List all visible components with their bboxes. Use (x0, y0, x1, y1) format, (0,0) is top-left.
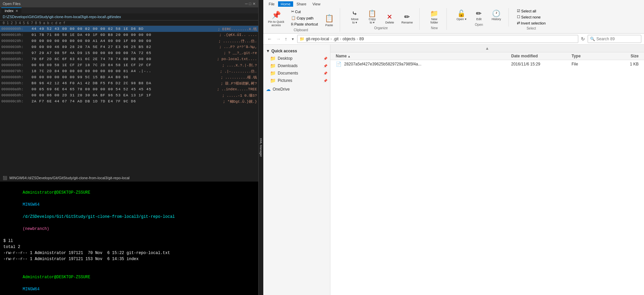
forward-button[interactable]: → (275, 36, 282, 42)
new-folder-button[interactable]: 📁 Newfolder (426, 8, 442, 26)
sidebar-item-pictures[interactable]: 📁 Pictures 📌 (263, 77, 330, 84)
select-none-button[interactable]: ☐ Select none (516, 14, 547, 20)
hex-row-9[interactable]: 00000090h: B0 96 42 12 46 F0 A1 42 DB F5… (0, 80, 258, 86)
hex-row-11[interactable]: 000000b0h: 00 00 06 00 2D 31 20 30 0A BF… (0, 92, 258, 98)
ribbon-tab-share[interactable]: Share (294, 1, 309, 7)
hex-tab-index[interactable]: index ✕ (1, 7, 21, 13)
ribbon-group-new: 📁 Newfolder New (426, 8, 447, 30)
invert-selection-button[interactable]: ⇄ Invert selection (516, 20, 547, 26)
close-icon[interactable]: ✕ (253, 2, 256, 6)
delete-button[interactable]: ✕ Delete (382, 11, 398, 26)
recent-button[interactable]: ▼ (290, 37, 296, 42)
paste-button[interactable]: 📋 Paste (323, 13, 336, 28)
terminal-content[interactable]: Administrator@DESKTOP-ZSSURE MINGW64 /d/… (0, 182, 258, 295)
new-folder-icon: 📁 (430, 9, 438, 17)
cut-button[interactable]: ✂ Cut (290, 9, 319, 14)
file-name: 28207a5ef427e39625b5829729a7985f4a... (344, 62, 511, 66)
hex-row-12[interactable]: 000000c0h: 2A F7 6E 44 67 74 AD DB 1D 7D… (0, 98, 258, 104)
hex-row-6[interactable]: 00000060h: 00 00 00 58 1E CF 2F 18 7C 2D… (0, 62, 258, 68)
hex-title-bar: Open Files ─ □ ✕ (0, 0, 258, 7)
folder-icon-downloads: 📁 (270, 63, 276, 68)
copy-button[interactable]: ✂ Cut 📋 Copy path ⎘ Paste shortcut (288, 8, 321, 28)
ribbon-tab-file[interactable]: File (266, 1, 277, 7)
hex-row-2[interactable]: 00000020h: 00 00 00 00 00 00 00 00 A1 A4… (0, 38, 258, 44)
file-row-0[interactable]: 📄 28207a5ef427e39625b5829729a7985f4a... … (330, 60, 644, 68)
hex-row-4[interactable]: 00000040h: 97 29 A7 98 5F 4A D9 15 00 00… (0, 50, 258, 56)
sidebar-quick-access-header[interactable]: ▼ Quick access (263, 47, 330, 55)
column-size[interactable]: Size (612, 54, 639, 58)
hex-row-10[interactable]: 000000a0h: 00 05 69 6E 64 65 78 00 00 00… (0, 86, 258, 92)
copy-to-button[interactable]: 📋 Copyto ▾ (364, 8, 380, 26)
history-icon: 🕐 (492, 9, 500, 17)
up-button[interactable]: ↑ (283, 36, 288, 42)
open-label: Open (475, 23, 483, 27)
delete-icon: ✕ (387, 13, 392, 21)
sidebar-item-documents[interactable]: 📁 Documents 📌 (263, 69, 330, 77)
copy-path-button[interactable]: 📋 Copy path (290, 15, 319, 21)
hex-row-8[interactable]: 00000080h: 00 00 00 00 00 00 99 5C 15 BD… (0, 74, 258, 80)
rename-button[interactable]: ✏ Rename (399, 11, 415, 26)
minimize-icon[interactable]: ─ (245, 2, 248, 6)
hex-row-0[interactable]: 00000000h: 44 49 52 43 00 00 00 02 00 00… (0, 26, 258, 32)
terminal-out-3: -rw-r--r-- 1 Administrator 197121 153 No… (3, 256, 255, 262)
sidebar-onedrive-label: OneDrive (273, 87, 290, 92)
xml-manager-tab[interactable]: XML Manager (258, 0, 263, 295)
hex-row-3[interactable]: 00000030h: 00 00 00 46 89 28 20 7A 5E F4… (0, 44, 258, 50)
pin-indicator-dl: 📌 (323, 64, 327, 68)
file-explorer-panel: File Home Share View 📌 Pin to Quickacces… (263, 0, 644, 295)
back-button[interactable]: ← (266, 36, 273, 42)
terminal-title-bar: ⬛ MINGW64:/d/ZSDevelops/Git/GitStudy/git… (0, 174, 258, 182)
chevron-icon: ▼ (266, 49, 270, 53)
clipboard-buttons: 📌 Pin to Quickaccess ✂ Cut 📋 Co (266, 8, 336, 28)
ribbon-tab-view[interactable]: View (310, 1, 323, 7)
ribbon-tab-home[interactable]: Home (278, 1, 293, 7)
hex-row-7[interactable]: 00000070h: 18 7C 2D 84 00 00 00 00 00 00… (0, 68, 258, 74)
sidebar-item-downloads[interactable]: 📁 Downloads 📌 (263, 62, 330, 69)
paste-shortcut-icon: ⎘ (291, 22, 293, 26)
hex-row-5[interactable]: 00000050h: 70 6F 2D 6C 6F 63 61 6C 2E 74… (0, 56, 258, 62)
invert-icon: ⇄ (517, 21, 520, 25)
search-input[interactable] (596, 37, 637, 41)
terminal-line-1: Administrator@DESKTOP-ZSSURE MINGW64 /d/… (3, 184, 255, 238)
sidebar-item-desktop[interactable]: 📁 Desktop 📌 (263, 55, 330, 62)
file-size: 1 KB (612, 62, 639, 66)
search-box[interactable]: 🔍 (588, 35, 641, 43)
sort-arrow: ▲ (485, 46, 489, 51)
breadcrumb-icon: 📁 (300, 37, 305, 41)
terminal-blank-1 (3, 262, 255, 268)
history-button[interactable]: 🕐 History (488, 8, 504, 22)
breadcrumb-part3[interactable]: objects (342, 37, 355, 41)
hex-tab-close[interactable]: ✕ (15, 9, 18, 13)
terminal-out-2: -rw-r--r-- 1 Administrator 197121 70 Nov… (3, 250, 255, 256)
terminal-panel: ⬛ MINGW64:/d/ZSDevelops/Git/GitStudy/git… (0, 174, 258, 295)
edit-button[interactable]: ✏ Edit (471, 8, 487, 22)
maximize-icon[interactable]: □ (249, 2, 251, 6)
organize-buttons: ⤷ Moveto ▾ 📋 Copyto ▾ ✕ Delete ✏ Rename (347, 8, 415, 26)
open-button[interactable]: 🔓 Open ▾ (453, 8, 470, 22)
sidebar-downloads-label: Downloads (278, 63, 298, 68)
paste-shortcut-button[interactable]: ⎘ Paste shortcut (290, 21, 319, 27)
breadcrumb[interactable]: 📁 git-repo-local › .git › objects › 89 (297, 35, 578, 43)
pin-to-quick-access-button[interactable]: 📌 Pin to Quickaccess (266, 10, 286, 28)
pin-indicator: 📌 (323, 57, 327, 60)
breadcrumb-part4[interactable]: 89 (359, 37, 364, 41)
select-all-button[interactable]: ☑ Select all (516, 8, 547, 14)
hex-title: Open Files (3, 2, 20, 6)
sidebar-item-onedrive[interactable]: ☁ OneDrive (263, 86, 330, 93)
breadcrumb-part2[interactable]: .git (333, 37, 338, 41)
ribbon-group-select: ☑ Select all ☐ Select none ⇄ Invert sele… (516, 8, 551, 30)
column-date[interactable]: Date modified (511, 54, 572, 58)
terminal-title-text: MINGW64:/d/ZSDevelops/Git/GitStudy/git-c… (9, 176, 129, 180)
column-type[interactable]: Type (572, 54, 612, 58)
copy-to-icon: 📋 (368, 9, 376, 17)
terminal-icon: ⬛ (3, 176, 7, 180)
select-all-icon: ☑ (517, 9, 520, 13)
column-name[interactable]: Name (336, 54, 511, 58)
folder-icon: 📁 (270, 56, 276, 61)
hex-row-1[interactable]: 00000010h: 01 7B 71 80 58 1E DA 49 1F 0D… (0, 32, 258, 38)
move-to-button[interactable]: ⤷ Moveto ▾ (347, 8, 363, 26)
refresh-button[interactable]: ↻ (580, 36, 586, 42)
breadcrumb-part1[interactable]: git-repo-local (306, 37, 329, 41)
sidebar-quick-access: ▼ Quick access 📁 Desktop 📌 📁 Downloads 📌… (263, 47, 330, 84)
new-label: New (431, 26, 438, 30)
